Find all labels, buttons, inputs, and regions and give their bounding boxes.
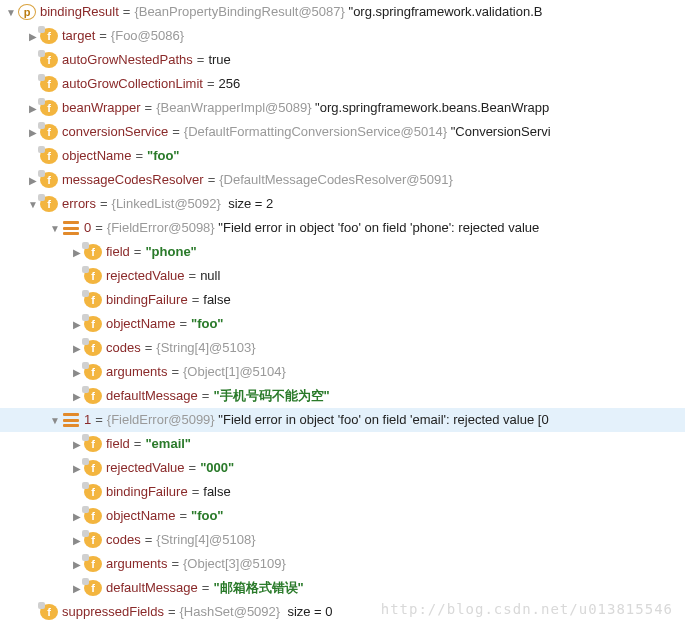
tree-node[interactable]: ▶ f objectName = "foo" [0,312,685,336]
list-item-selected[interactable]: ▼ 1 = {FieldError@5099} "Field error in … [0,408,685,432]
tree-node[interactable]: ▶ f objectName = "foo" [0,144,685,168]
tree-node[interactable]: ▶ f bindingFailure = false [0,480,685,504]
tree-node[interactable]: ▶ f codes = {String[4]@5108} [0,528,685,552]
tree-node[interactable]: ▶ f field = "email" [0,432,685,456]
tree-node[interactable]: ▶ f autoGrowNestedPaths = true [0,48,685,72]
tree-node[interactable]: ▶ f codes = {String[4]@5103} [0,336,685,360]
field-icon: f [84,292,102,308]
tree-node[interactable]: ▶ f beanWrapper = {BeanWrapperImpl@5089}… [0,96,685,120]
field-icon: f [84,460,102,476]
tree-node[interactable]: ▶ f autoGrowCollectionLimit = 256 [0,72,685,96]
parameter-icon: p [18,4,36,20]
field-icon: f [84,436,102,452]
watermark: http://blog.csdn.net/u013815546 [381,596,673,623]
field-icon: f [84,556,102,572]
field-icon: f [40,76,58,92]
field-icon: f [84,532,102,548]
field-icon: f [84,508,102,524]
tree-node-target[interactable]: ▶ f target = {Foo@5086} [0,24,685,48]
field-icon: f [84,364,102,380]
field-icon: f [84,484,102,500]
tree-node[interactable]: ▶ f rejectedValue = "000" [0,456,685,480]
field-icon: f [84,268,102,284]
tree-node[interactable]: ▶ f conversionService = {DefaultFormatti… [0,120,685,144]
field-icon: f [84,316,102,332]
field-icon: f [84,388,102,404]
field-icon: f [84,340,102,356]
tree-node[interactable]: ▶ f arguments = {Object[1]@5104} [0,360,685,384]
tree-node[interactable]: ▶ f field = "phone" [0,240,685,264]
tree-node[interactable]: ▶ f defaultMessage = "手机号码不能为空" [0,384,685,408]
field-icon: f [40,196,58,212]
field-icon: f [40,124,58,140]
chevron-down-icon[interactable]: ▼ [48,219,62,238]
field-icon: f [84,244,102,260]
chevron-down-icon[interactable]: ▼ [4,3,18,22]
field-icon: f [40,172,58,188]
tree-node[interactable]: ▶ f bindingFailure = false [0,288,685,312]
field-icon: f [40,148,58,164]
field-icon: f [40,28,58,44]
tree-node[interactable]: ▶ f arguments = {Object[3]@5109} [0,552,685,576]
var-name: bindingResult [40,0,119,24]
list-item[interactable]: ▼ 0 = {FieldError@5098} "Field error in … [0,216,685,240]
field-icon: f [40,100,58,116]
list-index-icon [62,411,80,429]
field-icon: f [84,580,102,596]
tree-node-root[interactable]: ▼ p bindingResult = {BeanPropertyBinding… [0,0,685,24]
tree-node[interactable]: ▶ f messageCodesResolver = {DefaultMessa… [0,168,685,192]
tree-node-errors[interactable]: ▼ f errors = {LinkedList@5092} size = 2 [0,192,685,216]
tree-node[interactable]: ▶ f objectName = "foo" [0,504,685,528]
field-icon: f [40,52,58,68]
chevron-down-icon[interactable]: ▼ [48,411,62,430]
list-index-icon [62,219,80,237]
tree-node[interactable]: ▶ f rejectedValue = null [0,264,685,288]
field-icon: f [40,604,58,620]
